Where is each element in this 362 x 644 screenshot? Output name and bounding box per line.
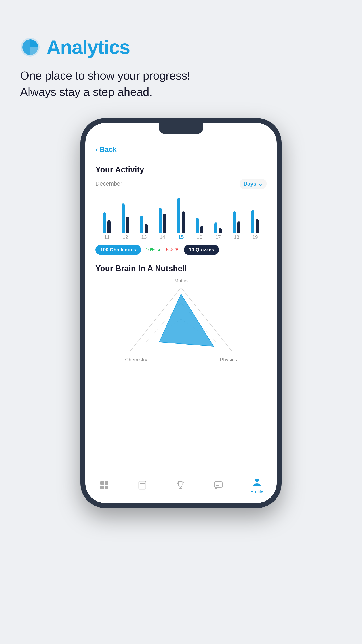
- svg-rect-11: [105, 486, 108, 489]
- nav-item-trophy[interactable]: [175, 480, 186, 491]
- bar-group-16: 16: [196, 197, 203, 240]
- brain-title: Your Brain In A Nutshell: [95, 264, 267, 273]
- physics-label: Physics: [220, 357, 237, 363]
- trophy-icon: [175, 480, 186, 491]
- bar: [140, 216, 143, 232]
- back-label: Back: [100, 145, 117, 154]
- svg-point-21: [255, 478, 259, 482]
- bar-group-14: 14: [159, 197, 166, 240]
- svg-rect-9: [105, 481, 108, 485]
- maths-label: Maths: [174, 278, 188, 284]
- phone-screen: ‹ Back Your Activity December Days ⌄: [85, 123, 277, 503]
- page-title: Analytics: [46, 36, 130, 58]
- brain-section: Your Brain In A Nutshell Maths: [85, 264, 277, 363]
- svg-rect-8: [100, 481, 104, 485]
- back-chevron-icon: ‹: [95, 145, 98, 154]
- arrow-up-icon: ▲: [157, 247, 162, 253]
- quizzes-badge: 10 Quizzes: [184, 245, 219, 255]
- days-selector[interactable]: Days ⌄: [240, 179, 267, 189]
- activity-title: Your Activity: [95, 165, 267, 174]
- bar-chart: 11 12: [95, 196, 267, 240]
- bar-label-active: 15: [178, 234, 184, 240]
- arrow-down-icon: ▼: [175, 247, 179, 253]
- bar: [182, 211, 185, 232]
- phone-outer: ‹ Back Your Activity December Days ⌄: [80, 118, 282, 508]
- home-icon: [99, 480, 110, 491]
- chat-icon: [213, 480, 224, 491]
- bar-label: 18: [234, 234, 239, 240]
- bar: [126, 217, 129, 232]
- challenges-badge: 100 Challenges: [95, 245, 141, 255]
- bottom-nav: Profile: [85, 471, 277, 503]
- bar: [196, 218, 199, 232]
- bar-label: 13: [141, 234, 147, 240]
- bar-group-12: 12: [122, 197, 129, 240]
- bar-label: 16: [197, 234, 202, 240]
- bar-group-19: 19: [251, 197, 259, 240]
- bar-label: 12: [123, 234, 128, 240]
- profile-label: Profile: [251, 489, 263, 494]
- bar: [122, 204, 125, 232]
- activity-section: Your Activity December Days ⌄: [85, 165, 277, 255]
- triangle-chart: Maths: [95, 278, 267, 363]
- analytics-pie-icon: [20, 37, 40, 57]
- bottom-spacer: [85, 363, 277, 398]
- bar: [145, 224, 148, 232]
- bar: [103, 212, 106, 232]
- bar-group-15: 15: [177, 197, 185, 240]
- profile-icon: [251, 476, 263, 488]
- nav-item-home[interactable]: [99, 480, 110, 491]
- tagline: One place to show your progress! Always …: [20, 68, 190, 100]
- divider: [85, 158, 277, 158]
- bar: [233, 211, 236, 232]
- percent-down-stat: 5% ▼: [166, 247, 179, 253]
- bar: [237, 222, 240, 232]
- svg-rect-10: [100, 486, 104, 489]
- svg-marker-7: [159, 294, 214, 346]
- percent-up-stat: 10% ▲: [145, 247, 162, 253]
- triangle-labels-bottom: Chemistry Physics: [125, 357, 237, 363]
- page-container: Analytics One place to show your progres…: [0, 0, 362, 526]
- back-button[interactable]: ‹ Back: [85, 141, 277, 158]
- lessons-icon: [137, 480, 148, 491]
- bar-group-18: 18: [233, 197, 240, 240]
- bar-group-17: 17: [214, 197, 222, 240]
- bar: [177, 198, 180, 232]
- bar: [214, 222, 217, 232]
- bar-group-11: 11: [103, 197, 111, 240]
- bar-label: 11: [104, 234, 109, 240]
- stats-row: 100 Challenges 10% ▲ 5% ▼: [95, 245, 267, 255]
- bar-label: 17: [215, 234, 221, 240]
- bar: [256, 219, 259, 232]
- chemistry-label: Chemistry: [125, 357, 147, 363]
- bar: [163, 214, 166, 232]
- chevron-down-icon: ⌄: [258, 181, 263, 187]
- svg-rect-18: [214, 482, 222, 488]
- bar: [251, 210, 254, 232]
- bar-label: 19: [252, 234, 258, 240]
- phone-mockup: ‹ Back Your Activity December Days ⌄: [80, 118, 282, 508]
- nav-item-lessons[interactable]: [137, 480, 148, 491]
- bar: [219, 228, 222, 232]
- header-section: Analytics: [20, 36, 130, 58]
- bar: [107, 220, 111, 232]
- bar-label: 14: [160, 234, 165, 240]
- screen-content: ‹ Back Your Activity December Days ⌄: [85, 123, 277, 398]
- month-label: December: [95, 180, 122, 187]
- activity-header: December Days ⌄: [95, 179, 267, 189]
- bar: [200, 226, 203, 232]
- nav-item-profile[interactable]: Profile: [251, 476, 263, 494]
- phone-notch: [159, 123, 203, 134]
- nav-item-chat[interactable]: [213, 480, 224, 491]
- bar-group-13: 13: [140, 197, 148, 240]
- bar: [159, 208, 162, 232]
- radar-chart-svg: [125, 285, 237, 355]
